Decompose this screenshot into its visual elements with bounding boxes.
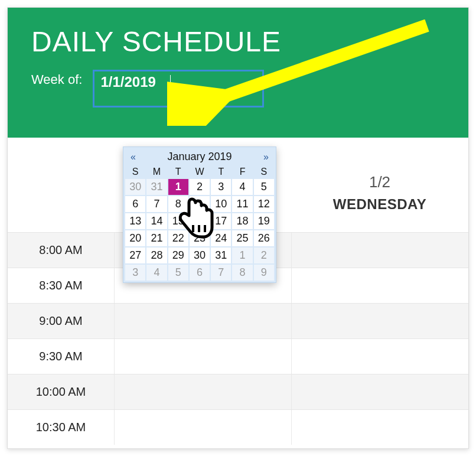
calendar-day[interactable]: 11 — [232, 196, 253, 213]
time-label: 9:30 AM — [8, 350, 114, 363]
calendar-day[interactable]: 31 — [146, 178, 167, 196]
calendar-day[interactable]: 23 — [189, 230, 210, 247]
dow-label: M — [146, 165, 167, 178]
calendar-day[interactable]: 29 — [168, 247, 189, 264]
calendar-day[interactable]: 8 — [232, 264, 253, 281]
calendar-day[interactable]: 6 — [189, 264, 210, 281]
schedule-slot[interactable] — [114, 339, 291, 374]
calendar-day[interactable]: 4 — [232, 178, 253, 196]
calendar-day[interactable]: 4 — [146, 264, 167, 281]
dow-label: T — [210, 165, 232, 178]
week-of-label: Week of: — [31, 70, 82, 87]
dow-label: F — [232, 165, 253, 178]
calendar-day[interactable]: 5 — [253, 178, 275, 196]
calendar-day[interactable]: 3 — [125, 264, 146, 281]
calendar-day[interactable]: 13 — [125, 213, 146, 230]
week-of-row: Week of: — [31, 70, 445, 108]
calendar-day[interactable]: 12 — [253, 196, 275, 213]
calendar-day[interactable]: 7 — [146, 196, 167, 213]
time-label: 10:30 AM — [8, 421, 114, 434]
date-picker-grid: SMTWTFS303112345678910111213141516171819… — [125, 165, 275, 281]
time-label: 10:00 AM — [8, 385, 114, 399]
calendar-day[interactable]: 25 — [232, 230, 253, 247]
time-row: 10:30 AM — [8, 409, 468, 445]
schedule-slot[interactable] — [291, 410, 468, 445]
calendar-day[interactable]: 3 — [210, 178, 232, 196]
calendar-day[interactable]: 20 — [125, 230, 146, 247]
schedule-slot[interactable] — [291, 374, 468, 409]
next-month-button[interactable]: » — [261, 152, 271, 162]
schedule-slot[interactable] — [114, 410, 291, 445]
time-label: 8:00 AM — [8, 243, 114, 257]
header: DAILY SCHEDULE Week of: — [8, 8, 468, 138]
schedule-slot[interactable] — [291, 268, 468, 303]
dow-label: S — [253, 165, 275, 178]
time-row: 9:30 AM — [8, 338, 468, 374]
calendar-day[interactable]: 18 — [232, 213, 253, 230]
calendar-day[interactable]: 2 — [189, 178, 210, 196]
text-caret — [170, 75, 171, 92]
page-title: DAILY SCHEDULE — [31, 25, 445, 58]
calendar-day[interactable]: 30 — [125, 178, 146, 196]
time-row: 9:00 AM — [8, 303, 468, 338]
calendar-day[interactable]: 27 — [125, 247, 146, 264]
calendar-day[interactable]: 8 — [168, 196, 189, 213]
calendar-day[interactable]: 15 — [168, 213, 189, 230]
time-row: 10:00 AM — [8, 374, 468, 409]
calendar-day[interactable]: 10 — [210, 196, 232, 213]
month-label[interactable]: January 2019 — [167, 151, 232, 163]
date-picker-popup[interactable]: « January 2019 » SMTWTFS3031123456789101… — [123, 146, 276, 283]
day-column-1: 1/2 WEDNESDAY — [291, 138, 468, 232]
calendar-day[interactable]: 9 — [189, 196, 210, 213]
app-frame: DAILY SCHEDULE Week of: 1 — [7, 7, 469, 449]
date-picker-header: « January 2019 » — [125, 148, 275, 165]
time-column-spacer — [8, 138, 114, 232]
schedule-slot[interactable] — [291, 339, 468, 374]
dow-label: S — [125, 165, 146, 178]
calendar-day[interactable]: 28 — [146, 247, 167, 264]
day-name: WEDNESDAY — [291, 196, 468, 213]
calendar-day[interactable]: 21 — [146, 230, 167, 247]
calendar-day[interactable]: 31 — [210, 247, 232, 264]
time-label: 8:30 AM — [8, 279, 114, 292]
calendar-day[interactable]: 16 — [189, 213, 210, 230]
schedule-slot[interactable] — [114, 374, 291, 409]
calendar-day[interactable]: 5 — [168, 264, 189, 281]
schedule-slot[interactable] — [114, 304, 291, 338]
calendar-day[interactable]: 1 — [232, 247, 253, 264]
dow-label: T — [168, 165, 189, 178]
dow-label: W — [189, 165, 210, 178]
calendar-day[interactable]: 17 — [210, 213, 232, 230]
calendar-day[interactable]: 26 — [253, 230, 275, 247]
calendar-day[interactable]: 22 — [168, 230, 189, 247]
calendar-day[interactable]: 1 — [168, 178, 189, 196]
schedule-slot[interactable] — [291, 304, 468, 338]
calendar-day[interactable]: 24 — [210, 230, 232, 247]
date-input[interactable] — [100, 74, 256, 90]
schedule-slot[interactable] — [291, 233, 468, 268]
calendar-day[interactable]: 9 — [253, 264, 275, 281]
calendar-day[interactable]: 7 — [210, 264, 232, 281]
calendar-day[interactable]: 30 — [189, 247, 210, 264]
calendar-day[interactable]: 14 — [146, 213, 167, 230]
calendar-day[interactable]: 2 — [253, 247, 275, 264]
calendar-day[interactable]: 6 — [125, 196, 146, 213]
prev-month-button[interactable]: « — [128, 152, 138, 162]
date-input-cell[interactable] — [93, 70, 264, 108]
time-label: 9:00 AM — [8, 314, 114, 328]
calendar-day[interactable]: 19 — [253, 213, 275, 230]
day-date: 1/2 — [291, 173, 468, 191]
